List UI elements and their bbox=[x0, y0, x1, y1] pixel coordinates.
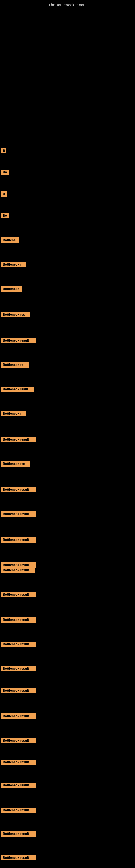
bottleneck-label-12: Bottleneck r bbox=[1, 410, 26, 417]
bottleneck-label-15: Bottleneck result bbox=[1, 486, 36, 493]
bottleneck-label-14: Bottleneck res bbox=[1, 460, 30, 468]
bottleneck-label-22: Bottleneck result bbox=[1, 641, 36, 648]
bottleneck-label-25: Bottleneck result bbox=[1, 712, 36, 720]
bottleneck-label-20: Bottleneck result bbox=[1, 591, 36, 598]
bottleneck-label-21: Bottleneck result bbox=[1, 616, 36, 624]
bottleneck-label-5: Bottlene bbox=[1, 236, 18, 244]
bottleneck-label-26: Bottleneck result bbox=[1, 737, 36, 744]
bottleneck-label-10: Bottleneck re bbox=[1, 361, 29, 369]
bottleneck-label-9: Bottleneck result bbox=[1, 337, 36, 344]
bottleneck-label-24: Bottleneck result bbox=[1, 687, 36, 694]
bottleneck-label-30: Bottleneck result bbox=[1, 830, 36, 838]
bottleneck-label-3: B bbox=[1, 190, 7, 198]
bottleneck-label-1: E bbox=[1, 147, 6, 154]
bottleneck-label-4: Bo bbox=[1, 212, 9, 219]
bottleneck-label-28: Bottleneck result bbox=[1, 781, 36, 789]
bottleneck-label-23: Bottleneck result bbox=[1, 665, 36, 673]
site-title: TheBottlenecker.com bbox=[0, 0, 135, 8]
bottleneck-label-19: Bottleneck result bbox=[1, 566, 35, 574]
bottleneck-label-27: Bottleneck result bbox=[1, 758, 36, 766]
bottleneck-label-13: Bottleneck result bbox=[1, 436, 36, 443]
bottleneck-label-2: Bo bbox=[1, 168, 9, 176]
bottleneck-label-8: Bottleneck res bbox=[1, 311, 30, 318]
bottleneck-label-7: Bottleneck bbox=[1, 285, 22, 293]
bottleneck-label-29: Bottleneck result bbox=[1, 806, 36, 814]
bottleneck-label-17: Bottleneck result bbox=[1, 536, 36, 544]
bottleneck-label-16: Bottleneck result bbox=[1, 510, 36, 518]
bottleneck-label-6: Bottleneck r bbox=[1, 261, 26, 268]
bottleneck-label-31: Bottleneck result bbox=[1, 854, 36, 862]
bottleneck-label-11: Bottleneck resul bbox=[1, 385, 34, 393]
